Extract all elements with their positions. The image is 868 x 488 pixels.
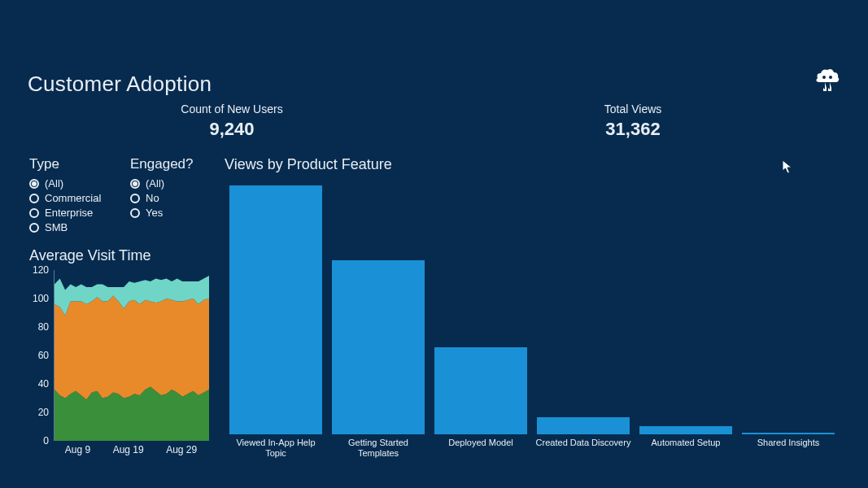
filter-engaged-option[interactable]: Yes — [130, 207, 194, 219]
area-chart-title: Average Visit Time — [29, 247, 150, 264]
cursor-icon — [782, 159, 793, 177]
page-title: Customer Adoption — [28, 72, 212, 97]
filter-engaged-title: Engaged? — [130, 156, 194, 172]
bar-fill — [537, 417, 630, 434]
area-chart[interactable]: 020406080100120 Aug 9Aug 19Aug 29 — [29, 270, 208, 465]
area-y-tick: 120 — [33, 264, 49, 276]
bar-category-label: Viewed In-App Help Topic — [225, 438, 327, 459]
filter-type: Type (All)CommercialEnterpriseSMB — [29, 156, 101, 236]
radio-icon[interactable] — [130, 208, 140, 218]
bar-chart-title: Views by Product Feature — [225, 156, 392, 173]
filter-type-option-label: (All) — [45, 177, 63, 190]
bar-cell[interactable] — [430, 182, 532, 434]
area-y-tick: 0 — [43, 435, 49, 447]
area-y-tick: 80 — [38, 321, 49, 333]
bar-category-label: Created Data Discovery — [532, 438, 635, 459]
area-series — [55, 296, 209, 400]
bar-cell[interactable] — [225, 182, 327, 434]
bar-category-label: Getting Started Templates — [327, 438, 430, 459]
filter-engaged-option[interactable]: No — [130, 192, 194, 204]
filter-type-option-label: Enterprise — [45, 207, 93, 219]
filter-type-option[interactable]: (All) — [29, 177, 101, 190]
filter-engaged-option[interactable]: (All) — [130, 177, 194, 190]
filter-engaged-option-label: (All) — [146, 177, 164, 190]
radio-icon[interactable] — [29, 179, 39, 189]
brand-logo-icon — [814, 68, 840, 96]
bar-category-label: Shared Insights — [737, 438, 840, 459]
bar-cell[interactable] — [635, 182, 737, 434]
kpi-new-users-value: 9,240 — [130, 119, 334, 140]
area-y-tick: 40 — [38, 378, 49, 390]
filter-type-option[interactable]: SMB — [29, 221, 101, 233]
radio-icon[interactable] — [29, 208, 39, 218]
filter-engaged-option-label: No — [146, 192, 159, 204]
radio-icon[interactable] — [130, 194, 140, 203]
kpi-total-views-value: 31,362 — [519, 119, 747, 140]
bar-cell[interactable] — [737, 182, 840, 434]
kpi-new-users: Count of New Users 9,240 — [130, 102, 334, 140]
radio-icon[interactable] — [29, 194, 39, 203]
bar-category-label: Automated Setup — [635, 438, 737, 459]
bar-fill — [639, 426, 732, 434]
bar-fill — [332, 260, 425, 434]
filter-type-option[interactable]: Enterprise — [29, 207, 101, 219]
kpi-new-users-label: Count of New Users — [130, 102, 334, 115]
area-y-tick: 20 — [38, 407, 49, 418]
radio-icon[interactable] — [130, 179, 140, 189]
bar-fill — [742, 433, 835, 434]
svg-point-1 — [829, 76, 832, 79]
svg-point-0 — [822, 76, 826, 79]
bar-category-label: Deployed Model — [430, 438, 532, 459]
bar-chart[interactable]: Viewed In-App Help TopicGetting Started … — [225, 182, 840, 467]
area-x-tick: Aug 19 — [113, 444, 144, 455]
filter-engaged: Engaged? (All)NoYes — [130, 156, 194, 221]
kpi-total-views-label: Total Views — [519, 102, 747, 115]
bar-fill — [229, 185, 322, 434]
kpi-total-views: Total Views 31,362 — [519, 102, 747, 140]
bar-cell[interactable] — [532, 182, 635, 434]
area-x-tick: Aug 9 — [65, 444, 90, 455]
filter-type-option-label: Commercial — [45, 192, 101, 204]
area-y-tick: 60 — [38, 350, 49, 361]
filter-type-title: Type — [29, 156, 101, 172]
bar-fill — [434, 347, 527, 434]
filter-type-option-label: SMB — [45, 221, 68, 233]
filter-engaged-option-label: Yes — [146, 207, 163, 219]
filter-type-option[interactable]: Commercial — [29, 192, 101, 204]
area-y-tick: 100 — [33, 293, 49, 304]
bar-cell[interactable] — [327, 182, 430, 434]
radio-icon[interactable] — [29, 223, 39, 233]
area-x-tick: Aug 29 — [166, 444, 197, 455]
